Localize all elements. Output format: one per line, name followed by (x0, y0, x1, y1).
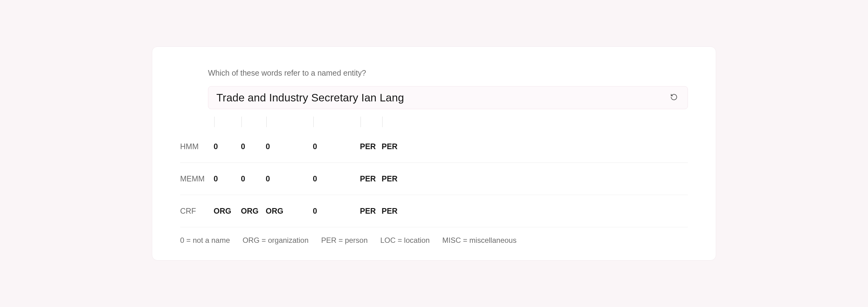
token-tick (266, 117, 267, 127)
tag-cell: ORG (266, 195, 313, 227)
refresh-button[interactable] (669, 92, 680, 103)
legend-item: LOC = location (380, 236, 430, 244)
tag-cell: PER (382, 130, 403, 162)
tag-cell: 0 (266, 162, 313, 195)
token-tick-row (180, 115, 688, 130)
prompt-text: Which of these words refer to a named en… (208, 68, 688, 78)
tag-cell: ORG (241, 195, 266, 227)
tag-cell: 0 (214, 162, 241, 195)
tag-cell: PER (382, 162, 403, 195)
legend: 0 = not a name ORG = organization PER = … (180, 236, 688, 245)
token-tick (214, 117, 215, 127)
tag-cell: PER (360, 162, 382, 195)
model-name: MEMM (180, 162, 214, 195)
tag-cell: 0 (241, 130, 266, 162)
sentence-input-row: Trade and Industry Secretary Ian Lang (208, 86, 688, 109)
token-tick (361, 117, 361, 127)
tag-cell: 0 (313, 130, 360, 162)
tag-table: HMM 0 0 0 0 PER PER MEMM 0 0 0 0 PER PER (180, 115, 688, 227)
legend-item: MISC = miscellaneous (442, 236, 517, 244)
tag-cell: PER (360, 130, 382, 162)
model-name: HMM (180, 130, 214, 162)
tag-cell: PER (360, 195, 382, 227)
tag-cell: 0 (313, 195, 360, 227)
refresh-icon (670, 93, 678, 102)
model-row: CRF ORG ORG ORG 0 PER PER (180, 195, 688, 227)
token-tick (382, 117, 382, 127)
tag-cell: 0 (214, 130, 241, 162)
tag-cell: 0 (266, 130, 313, 162)
legend-item: ORG = organization (242, 236, 308, 244)
tag-cell: PER (382, 195, 403, 227)
token-tick (313, 117, 314, 127)
token-tick (242, 117, 242, 127)
model-name: CRF (180, 195, 214, 227)
tag-cell: 0 (241, 162, 266, 195)
legend-item: PER = person (321, 236, 368, 244)
sentence-text: Trade and Industry Secretary Ian Lang (216, 91, 669, 104)
model-row: HMM 0 0 0 0 PER PER (180, 130, 688, 162)
legend-item: 0 = not a name (180, 236, 230, 244)
tag-cell: ORG (214, 195, 241, 227)
tag-cell: 0 (313, 162, 360, 195)
model-row: MEMM 0 0 0 0 PER PER (180, 162, 688, 195)
ner-demo-card: Which of these words refer to a named en… (152, 47, 716, 260)
